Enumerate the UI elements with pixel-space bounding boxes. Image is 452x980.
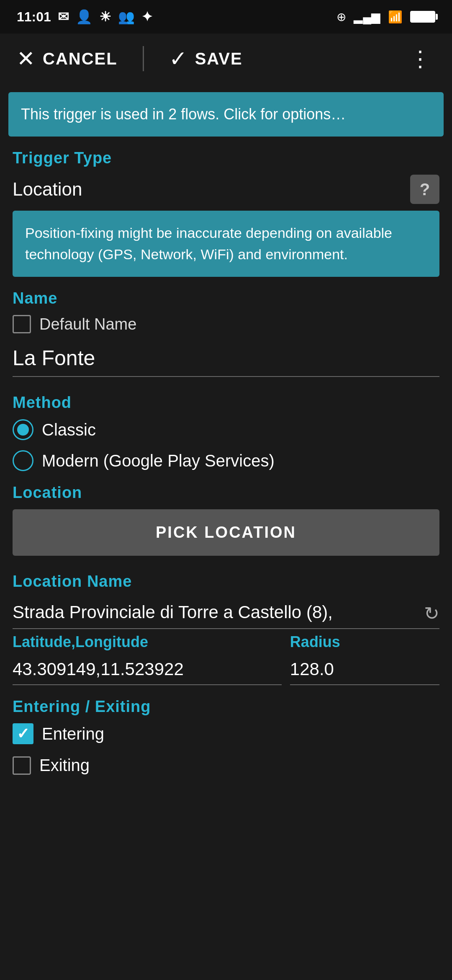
lat-lon-value: 43.309149,11.523922 — [13, 656, 282, 685]
status-right: ⊕ ▂▄▆ 📶 — [336, 10, 435, 24]
pick-location-button[interactable]: PICK LOCATION — [13, 509, 439, 556]
name-input[interactable] — [13, 342, 439, 377]
info-banner-text: This trigger is used in 2 flows. Click f… — [21, 106, 346, 123]
radio-inner-classic — [17, 424, 29, 436]
time: 11:01 — [17, 9, 51, 25]
method-classic-radio[interactable] — [13, 419, 33, 440]
entering-exiting-label: Entering / Exiting — [13, 698, 439, 716]
method-classic-row[interactable]: Classic — [13, 419, 439, 440]
default-name-row[interactable]: Default Name — [13, 315, 439, 333]
person-icon: 👤 — [76, 9, 92, 25]
location-section-label: Location — [13, 484, 439, 502]
lat-col: Latitude,Longitude 43.309149,11.523922 — [13, 633, 282, 685]
default-name-label: Default Name — [39, 315, 136, 333]
refresh-icon[interactable]: ↻ — [424, 603, 439, 624]
cancel-icon: ✕ — [17, 46, 36, 71]
radius-value: 128.0 — [290, 656, 439, 685]
exiting-row[interactable]: Exiting — [13, 756, 439, 775]
method-modern-row[interactable]: Modern (Google Play Services) — [13, 450, 439, 471]
method-section-label: Method — [13, 394, 439, 412]
bluetooth-icon: ⊕ — [336, 10, 346, 24]
main-content: Trigger Type Location ? Position-fixing … — [0, 149, 452, 775]
status-bar: 11:01 ✉ 👤 ☀ 👥 ✦ ⊕ ▂▄▆ 📶 — [0, 0, 452, 34]
trigger-type-label: Trigger Type — [13, 149, 439, 167]
method-modern-radio[interactable] — [13, 450, 33, 471]
group-icon: 👥 — [118, 9, 135, 25]
star-icon: ✦ — [141, 9, 153, 25]
method-modern-label: Modern (Google Play Services) — [42, 451, 275, 470]
trigger-type-value: Location — [13, 179, 82, 200]
location-name-row: Strada Provinciale di Torre a Castello (… — [13, 598, 439, 629]
lat-radius-row: Latitude,Longitude 43.309149,11.523922 R… — [13, 633, 439, 685]
lat-lon-label: Latitude,Longitude — [13, 633, 282, 651]
cancel-button[interactable]: ✕ CANCEL — [17, 46, 118, 71]
mail-icon: ✉ — [58, 9, 69, 25]
entering-exiting-section: Entering / Exiting ✓ Entering Exiting — [13, 698, 439, 775]
toolbar: ✕ CANCEL ✓ SAVE ⋮ — [0, 34, 452, 84]
info-banner[interactable]: This trigger is used in 2 flows. Click f… — [8, 92, 444, 137]
entering-row[interactable]: ✓ Entering — [13, 723, 439, 744]
more-options-button[interactable]: ⋮ — [405, 46, 435, 71]
entering-checkbox[interactable]: ✓ — [13, 723, 33, 744]
name-section-label: Name — [13, 289, 439, 307]
info-box-text: Position-fixing might be inaccurate depe… — [25, 225, 392, 262]
save-icon: ✓ — [169, 46, 188, 71]
exiting-checkbox[interactable] — [13, 756, 31, 775]
status-left: 11:01 ✉ 👤 ☀ 👥 ✦ — [17, 9, 153, 25]
exiting-label: Exiting — [39, 756, 90, 775]
toolbar-left: ✕ CANCEL ✓ SAVE — [17, 46, 405, 71]
default-name-checkbox[interactable] — [13, 315, 31, 333]
location-name-section-label: Location Name — [13, 573, 439, 591]
location-name-value: Strada Provinciale di Torre a Castello (… — [13, 598, 417, 628]
toolbar-divider — [143, 46, 144, 71]
help-icon: ? — [420, 180, 430, 199]
info-box: Position-fixing might be inaccurate depe… — [13, 211, 439, 277]
help-button[interactable]: ? — [410, 175, 439, 204]
radius-label: Radius — [290, 633, 439, 651]
brightness-icon: ☀ — [99, 9, 111, 25]
pick-location-label: PICK LOCATION — [156, 524, 296, 541]
save-button[interactable]: ✓ SAVE — [169, 46, 243, 71]
signal-icon: ▂▄▆ — [354, 10, 380, 24]
entering-label: Entering — [42, 725, 104, 743]
battery-icon — [410, 11, 435, 23]
trigger-type-row: Location ? — [13, 175, 439, 204]
entering-checkmark: ✓ — [17, 725, 29, 743]
wifi-icon: 📶 — [388, 10, 403, 24]
method-classic-label: Classic — [42, 420, 96, 439]
save-label: SAVE — [195, 49, 243, 68]
cancel-label: CANCEL — [43, 49, 118, 68]
radius-col: Radius 128.0 — [290, 633, 439, 685]
